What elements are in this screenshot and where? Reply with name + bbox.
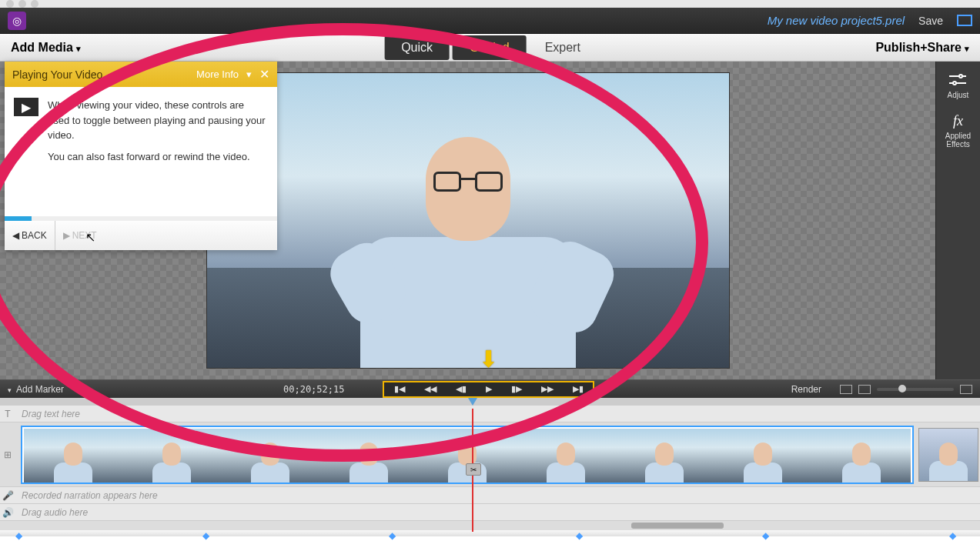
clip-thumbnail bbox=[319, 429, 418, 483]
fit-icon[interactable] bbox=[960, 385, 972, 394]
tutorial-text-2: You can also fast forward or rewind the … bbox=[48, 149, 268, 165]
play-pause-icon[interactable]: ▶ bbox=[486, 384, 492, 394]
annotation-arrow-icon: ⬇ bbox=[479, 346, 498, 372]
preview-area: Playing Your Video More Info ▾ ✕ ▶ When … bbox=[0, 62, 935, 379]
video-preview[interactable] bbox=[206, 72, 730, 369]
rewind-icon[interactable]: ◀◀ bbox=[424, 384, 436, 394]
split-clip-icon[interactable]: ✂ bbox=[466, 463, 481, 476]
clip-thumbnail bbox=[714, 429, 812, 483]
tab-expert[interactable]: Expert bbox=[528, 35, 597, 60]
tutorial-dropdown-icon[interactable]: ▾ bbox=[246, 68, 252, 80]
narration-track[interactable]: 🎤 Recorded narration appears here bbox=[0, 487, 980, 504]
fullscreen-icon[interactable] bbox=[957, 15, 972, 26]
clip-thumbnail bbox=[24, 429, 122, 483]
menubar: Add Media Quick Guided Expert Publish+Sh… bbox=[0, 34, 980, 62]
app-logo-icon: ◎ bbox=[8, 12, 26, 30]
tutorial-close-icon[interactable]: ✕ bbox=[259, 67, 269, 82]
text-track-icon: T bbox=[0, 409, 15, 419]
play-icon: ▶ bbox=[14, 98, 38, 116]
tutorial-panel: Playing Your Video More Info ▾ ✕ ▶ When … bbox=[5, 62, 277, 250]
tool-icon[interactable]: ◆ bbox=[949, 530, 965, 536]
fx-icon: fx bbox=[949, 113, 968, 129]
timeline-scrollbar[interactable] bbox=[0, 521, 980, 530]
tab-guided[interactable]: Guided bbox=[453, 35, 527, 60]
cursor-icon: ↖ bbox=[85, 230, 95, 245]
tab-quick[interactable]: Quick bbox=[384, 35, 450, 60]
timeline: T Drag text here ⊞ 🎤 Recorded narration … bbox=[0, 406, 980, 530]
tool-icon[interactable]: ◆ bbox=[389, 530, 404, 536]
tool-icon[interactable]: ◆ bbox=[576, 530, 591, 536]
video-track-icon: ⊞ bbox=[0, 449, 15, 460]
step-back-icon[interactable]: ◀▮ bbox=[456, 384, 467, 394]
project-filename: My new video project5.prel bbox=[768, 14, 905, 27]
step-forward-icon[interactable]: ▮▶ bbox=[511, 384, 522, 394]
svg-point-3 bbox=[953, 82, 956, 85]
minimize-window-icon[interactable] bbox=[18, 0, 26, 8]
view-mode-b-icon[interactable] bbox=[858, 385, 871, 394]
publish-share-menu[interactable]: Publish+Share bbox=[875, 41, 969, 55]
playhead-marker[interactable] bbox=[468, 398, 477, 406]
render-button[interactable]: Render bbox=[791, 384, 821, 395]
bottom-toolbar: ◆ ◆ ◆ ◆ ◆ ◆ bbox=[0, 530, 980, 536]
close-window-icon[interactable] bbox=[6, 0, 14, 8]
fast-forward-icon[interactable]: ▶▶ bbox=[541, 384, 554, 394]
right-panel: Adjust fx Applied Effects bbox=[935, 62, 980, 379]
goto-end-icon[interactable]: ▶▮ bbox=[573, 384, 584, 394]
clip-thumbnail bbox=[517, 429, 615, 483]
add-media-menu[interactable]: Add Media bbox=[0, 41, 92, 55]
forward-arrow-icon: ▶ bbox=[63, 230, 70, 241]
mic-icon: 🎤 bbox=[0, 490, 15, 501]
goto-start-icon[interactable]: ▮◀ bbox=[394, 384, 405, 394]
tutorial-back-button[interactable]: ◀ BACK bbox=[5, 221, 55, 250]
timeline-ruler[interactable] bbox=[0, 398, 980, 406]
tutorial-more-info-link[interactable]: More Info bbox=[196, 68, 239, 80]
app-topbar: ◎ My new video project5.prel Save bbox=[0, 8, 980, 34]
video-track[interactable]: ⊞ bbox=[0, 422, 980, 487]
tool-icon[interactable]: ◆ bbox=[762, 530, 778, 536]
svg-point-2 bbox=[959, 75, 962, 78]
zoom-slider[interactable] bbox=[877, 388, 954, 391]
tool-icon[interactable]: ◆ bbox=[15, 530, 31, 536]
clip-thumbnail bbox=[122, 429, 221, 483]
clip-thumbnail bbox=[812, 429, 911, 483]
applied-effects-button[interactable]: fx Applied Effects bbox=[936, 113, 980, 149]
clip-thumbnail bbox=[615, 429, 714, 483]
zoom-window-icon[interactable] bbox=[31, 0, 38, 8]
adjust-button[interactable]: Adjust bbox=[948, 72, 969, 99]
text-track[interactable]: T Drag text here bbox=[0, 406, 980, 422]
speaker-icon: 🔊 bbox=[0, 507, 15, 518]
tutorial-title: Playing Your Video bbox=[12, 68, 102, 81]
view-mode-a-icon[interactable] bbox=[840, 385, 852, 394]
video-clip-2[interactable] bbox=[918, 428, 978, 482]
tool-icon[interactable]: ◆ bbox=[202, 530, 218, 536]
save-button[interactable]: Save bbox=[918, 15, 943, 27]
playback-controls-bar: Add Marker 00;20;52;15 ▮◀ ◀◀ ◀▮ ▶ ▮▶ ▶▶ … bbox=[0, 379, 980, 398]
window-titlebar bbox=[0, 0, 980, 8]
timecode-display[interactable]: 00;20;52;15 bbox=[283, 384, 344, 395]
transport-controls: ▮◀ ◀◀ ◀▮ ▶ ▮▶ ▶▶ ▶▮ bbox=[383, 381, 594, 398]
add-marker-button[interactable]: Add Marker bbox=[0, 384, 72, 395]
clip-thumbnail bbox=[221, 429, 319, 483]
audio-track[interactable]: 🔊 Drag audio here bbox=[0, 504, 980, 521]
sliders-icon bbox=[948, 72, 967, 88]
back-arrow-icon: ◀ bbox=[12, 230, 19, 241]
tutorial-text-1: When viewing your video, these controls … bbox=[48, 98, 268, 143]
tutorial-next-button[interactable]: ▶ NEXT ↖ bbox=[55, 221, 117, 250]
